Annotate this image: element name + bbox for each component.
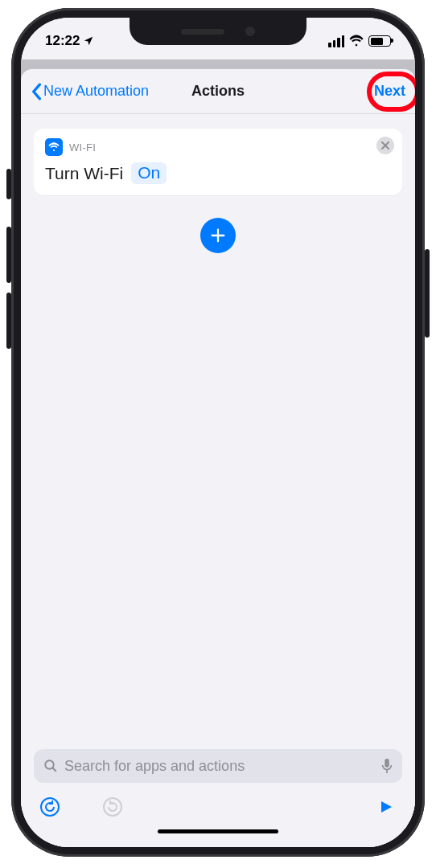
action-card[interactable]: WI-FI Turn Wi-Fi On — [34, 129, 402, 195]
home-indicator[interactable] — [158, 829, 278, 833]
svg-point-9 — [104, 798, 121, 816]
svg-rect-6 — [385, 759, 389, 768]
page-title: Actions — [191, 83, 245, 100]
bottom-toolbar — [21, 789, 415, 825]
home-bar — [21, 825, 415, 847]
action-category: WI-FI — [69, 141, 96, 154]
action-state-token[interactable]: On — [131, 162, 167, 184]
actions-sheet: New Automation Actions Next WI-FI — [21, 69, 415, 847]
power-button[interactable] — [425, 249, 430, 338]
mic-icon[interactable] — [381, 758, 393, 774]
wifi-app-icon — [45, 138, 63, 156]
next-button[interactable]: Next — [374, 83, 405, 100]
notch — [130, 18, 306, 45]
phone-frame: 12:22 New Automation Actions — [11, 8, 425, 857]
search-input[interactable]: Search for apps and actions — [34, 749, 402, 783]
add-action-button[interactable] — [200, 218, 236, 253]
search-icon — [43, 759, 58, 773]
remove-action-button[interactable] — [376, 137, 394, 154]
undo-icon — [39, 796, 60, 817]
screen: 12:22 New Automation Actions — [21, 18, 415, 847]
back-button[interactable]: New Automation — [31, 83, 149, 100]
back-label: New Automation — [43, 83, 149, 100]
action-text: Turn Wi-Fi — [45, 164, 123, 183]
svg-line-5 — [52, 768, 56, 772]
nav-bar: New Automation Actions Next — [21, 69, 415, 114]
cellular-icon — [328, 35, 344, 47]
redo-button — [101, 796, 124, 818]
battery-icon — [368, 35, 391, 47]
wifi-icon — [349, 34, 364, 48]
status-time: 12:22 — [45, 33, 80, 49]
chevron-left-icon — [31, 83, 42, 100]
play-icon — [379, 800, 393, 814]
svg-point-8 — [41, 798, 59, 816]
location-icon — [83, 35, 94, 47]
svg-marker-10 — [381, 801, 392, 813]
redo-icon — [102, 796, 123, 817]
svg-point-4 — [45, 760, 54, 769]
undo-button[interactable] — [39, 796, 61, 818]
close-icon — [381, 141, 389, 149]
search-placeholder: Search for apps and actions — [64, 758, 375, 775]
plus-icon — [209, 227, 227, 244]
run-button[interactable] — [375, 796, 397, 818]
